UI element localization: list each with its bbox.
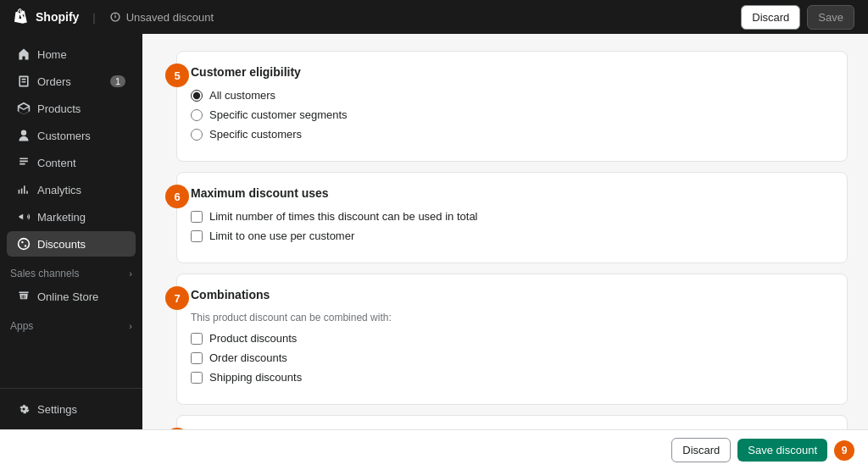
apps-label: Apps [10, 320, 33, 332]
specific-customers-radio[interactable] [191, 129, 203, 141]
product-discounts-checkbox[interactable] [191, 333, 203, 345]
specific-segments-option[interactable]: Specific customer segments [191, 108, 833, 121]
active-dates-card: 8 Active dates Start date Start time (CS… [176, 415, 848, 429]
specific-customers-option[interactable]: Specific customers [191, 128, 833, 141]
page-title-text: Unsaved discount [126, 11, 214, 24]
main-content: 5 Customer eligibility All customers Spe… [142, 34, 868, 429]
limit-per-customer-label: Limit to one use per customer [209, 229, 354, 242]
bottom-bar: Discard Save discount 9 [0, 429, 868, 470]
shipping-discounts-label: Shipping discounts [209, 371, 302, 384]
logo-text: Shopify [36, 10, 79, 24]
products-icon [17, 102, 31, 115]
combinations-card: 7 Combinations This product discount can… [176, 274, 848, 405]
sidebar-item-marketing[interactable]: Marketing [7, 204, 136, 229]
sidebar-item-home-label: Home [37, 48, 67, 61]
sidebar-item-orders[interactable]: Orders 1 [7, 69, 136, 94]
settings-icon [17, 402, 31, 416]
sidebar-item-analytics-label: Analytics [37, 184, 81, 196]
customer-eligibility-card: 5 Customer eligibility All customers Spe… [176, 51, 848, 162]
sidebar-item-customers-label: Customers [37, 130, 91, 142]
analytics-icon [17, 183, 31, 196]
all-customers-radio[interactable] [191, 90, 203, 102]
discounts-icon [17, 237, 31, 251]
sidebar-item-products[interactable]: Products [7, 96, 136, 121]
sidebar-item-settings[interactable]: Settings [7, 396, 136, 422]
step-5-circle: 5 [165, 64, 189, 87]
order-discounts-label: Order discounts [209, 351, 287, 364]
orders-badge: 1 [110, 75, 125, 87]
order-discounts-option[interactable]: Order discounts [191, 351, 833, 364]
all-customers-option[interactable]: All customers [191, 89, 833, 102]
shipping-discounts-checkbox[interactable] [191, 372, 203, 384]
limit-per-customer-option[interactable]: Limit to one use per customer [191, 229, 833, 242]
sidebar-item-discounts-label: Discounts [37, 238, 86, 251]
sidebar-item-analytics[interactable]: Analytics [7, 177, 136, 202]
bottom-discard-button[interactable]: Discard [671, 438, 731, 462]
apps-chevron-icon: › [129, 321, 132, 331]
combinations-title: Combinations [191, 288, 833, 301]
sidebar-item-home[interactable]: Home [7, 41, 136, 67]
save-discount-button[interactable]: Save discount [737, 439, 827, 462]
top-bar: Shopify | Unsaved discount Discard Save [0, 0, 868, 34]
sidebar-item-discounts[interactable]: Discounts [7, 231, 136, 257]
top-bar-actions: Discard Save [741, 5, 854, 30]
home-icon [17, 47, 31, 61]
sidebar-item-online-store[interactable]: Online Store [7, 284, 136, 309]
limit-total-label: Limit number of times this discount can … [209, 210, 478, 223]
sidebar-item-settings-label: Settings [37, 403, 77, 416]
sales-channels-chevron-icon: › [129, 268, 132, 279]
save-button[interactable]: Save [807, 5, 854, 30]
sidebar-item-marketing-label: Marketing [37, 211, 86, 224]
store-icon [17, 290, 31, 303]
discard-button[interactable]: Discard [741, 5, 800, 30]
marketing-icon [17, 210, 31, 224]
limit-total-option[interactable]: Limit number of times this discount can … [191, 210, 833, 223]
shopify-logo: Shopify [14, 8, 79, 25]
sidebar-item-online-store-label: Online Store [37, 290, 98, 303]
specific-customers-label: Specific customers [209, 128, 302, 141]
orders-icon [17, 75, 31, 88]
step-6-circle: 6 [165, 185, 189, 208]
all-customers-label: All customers [209, 89, 275, 102]
limit-per-customer-checkbox[interactable] [191, 230, 203, 242]
order-discounts-checkbox[interactable] [191, 352, 203, 364]
customer-eligibility-title: Customer eligibility [191, 65, 833, 79]
limit-total-checkbox[interactable] [191, 211, 203, 223]
customers-icon [17, 129, 31, 142]
maximum-uses-title: Maximum discount uses [191, 186, 833, 200]
sidebar-item-content-label: Content [37, 157, 76, 169]
maximum-uses-card: 6 Maximum discount uses Limit number of … [176, 172, 848, 263]
combinations-subtitle: This product discount can be combined wi… [191, 312, 833, 323]
step-9-circle: 9 [834, 440, 854, 461]
sales-channels-label: Sales channels [10, 268, 79, 279]
sales-channels-section[interactable]: Sales channels › [0, 261, 142, 283]
shipping-discounts-option[interactable]: Shipping discounts [191, 371, 833, 384]
sidebar-item-products-label: Products [37, 102, 81, 115]
sidebar-item-orders-label: Orders [37, 75, 71, 88]
specific-segments-radio[interactable] [191, 109, 203, 121]
product-discounts-label: Product discounts [209, 332, 297, 345]
product-discounts-option[interactable]: Product discounts [191, 332, 833, 345]
sidebar-item-content[interactable]: Content [7, 150, 136, 175]
content-icon [17, 156, 31, 169]
specific-segments-label: Specific customer segments [209, 108, 348, 121]
page-title: Unsaved discount [109, 11, 214, 24]
sidebar: Home Orders 1 Products Customers [0, 34, 142, 429]
sidebar-item-customers[interactable]: Customers [7, 123, 136, 148]
step-7-circle: 7 [165, 286, 189, 310]
sidebar-bottom: Settings [0, 388, 142, 423]
apps-section[interactable]: Apps › [0, 313, 142, 335]
